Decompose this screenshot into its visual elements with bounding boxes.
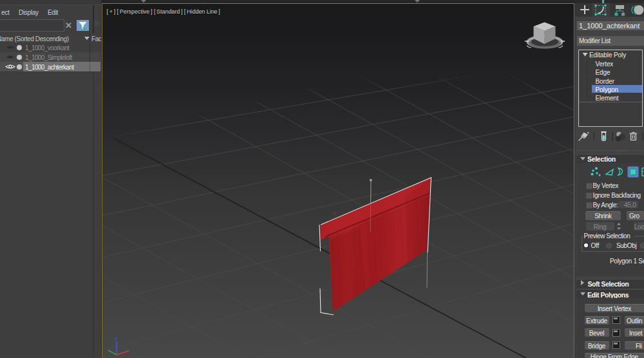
- svg-text:z: z: [115, 336, 117, 341]
